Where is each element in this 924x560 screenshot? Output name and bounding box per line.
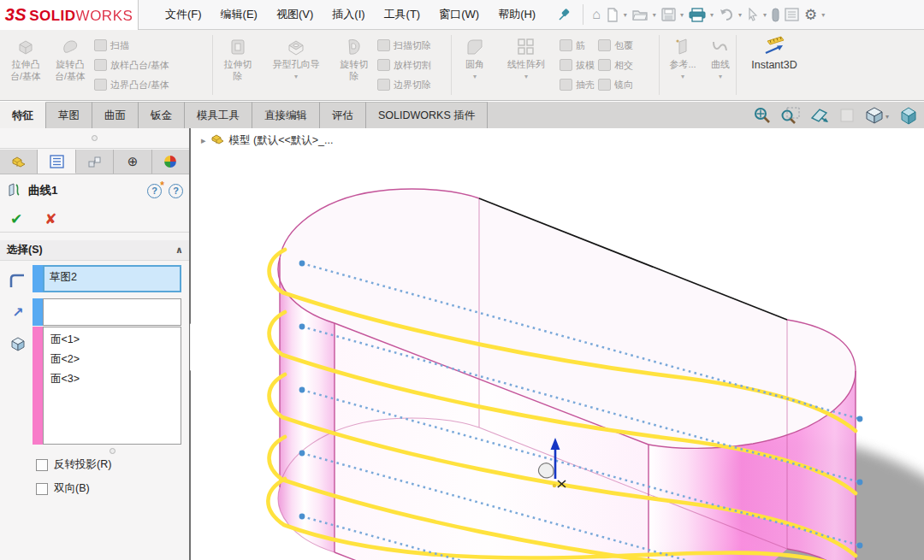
tab-solidworks-addins[interactable]: SOLIDWORKS 插件 <box>366 102 488 128</box>
configuration-manager-tab[interactable] <box>76 150 114 174</box>
lofted-cut-button[interactable]: 放样切割 <box>377 56 431 74</box>
extruded-boss-button[interactable]: 拉伸凸台/基体 <box>3 30 48 98</box>
help-icon[interactable]: ? <box>169 184 183 198</box>
open-file-caret-icon[interactable]: ▾ <box>653 11 656 19</box>
tab-mold-tools[interactable]: 模具工具 <box>185 102 252 128</box>
print-caret-icon[interactable]: ▾ <box>710 11 714 19</box>
cancel-button[interactable]: ✘ <box>44 210 56 228</box>
tree-expand-icon[interactable]: ▸ <box>201 135 206 146</box>
graphics-viewport[interactable]: ▸ 模型 (默认<<默认>_... <box>191 128 924 560</box>
rib-button[interactable]: 筋 <box>560 37 595 54</box>
whats-new-help-icon[interactable]: ?* <box>147 184 162 198</box>
mirror-button[interactable]: 镜向 <box>598 76 633 93</box>
shell-button[interactable]: 抽壳 <box>560 76 595 93</box>
flyout-feature-tree[interactable]: ▸ 模型 (默认<<默认>_... <box>201 133 333 148</box>
bidirectional-checkbox[interactable] <box>36 483 48 495</box>
revolved-cut-button[interactable]: 旋转切除 <box>333 30 376 98</box>
face-list-item[interactable]: 面<3> <box>44 369 181 389</box>
menu-tools[interactable]: 工具(T) <box>375 1 430 28</box>
lofted-boss-icon <box>94 59 107 71</box>
lofted-boss-button[interactable]: 放样凸台/基体 <box>94 56 169 74</box>
view-orientation-icon[interactable]: ▾ <box>864 105 890 126</box>
menu-insert[interactable]: 插入(I) <box>323 1 374 28</box>
swept-cut-button[interactable]: 扫描切除 <box>377 37 431 54</box>
boundary-boss-button[interactable]: 边界凸台/基体 <box>94 76 169 93</box>
curves-button[interactable]: 曲线 ▾ <box>703 30 737 98</box>
settings-gear-icon[interactable]: ⚙ <box>803 5 819 25</box>
tab-direct-editing[interactable]: 直接编辑 <box>252 102 320 128</box>
draft-button[interactable]: 拔模 <box>560 56 595 74</box>
zoom-fit-icon[interactable] <box>753 106 772 125</box>
menu-file[interactable]: 文件(F) <box>156 1 211 28</box>
property-manager-title: 曲线1 <box>28 183 140 198</box>
fillet-button[interactable]: 圆角 ▾ <box>455 30 495 98</box>
boundary-cut-button[interactable]: 边界切除 <box>377 76 431 93</box>
reference-geometry-button[interactable]: 参考... ▾ <box>662 30 703 98</box>
revolved-boss-button[interactable]: 旋转凸台/基体 <box>48 30 92 98</box>
list-resize-handle[interactable] <box>110 448 116 454</box>
solidworks-window: 3SSOLIDWORKS 文件(F) 编辑(E) 视图(V) 插入(I) 工具(… <box>0 0 924 560</box>
display-manager-tab[interactable] <box>152 150 190 174</box>
menu-view[interactable]: 视图(V) <box>267 1 323 28</box>
print-icon[interactable] <box>687 5 708 25</box>
new-file-caret-icon[interactable]: ▾ <box>624 11 627 19</box>
extruded-cut-button[interactable]: 拉伸切除 <box>216 30 259 98</box>
dimxpert-tab[interactable]: ⊕ <box>114 150 151 174</box>
bidirectional-row[interactable]: 双向(B) <box>36 481 90 496</box>
panel-resize-handle[interactable] <box>92 135 98 141</box>
selection-section-header[interactable]: 选择(S) ∧ <box>0 240 190 261</box>
linear-pattern-caret-icon[interactable]: ▾ <box>524 73 528 80</box>
direction-field[interactable] <box>43 298 181 326</box>
feature-manager-tab[interactable] <box>0 150 38 174</box>
tree-root-label[interactable]: 模型 (默认<<默认>_... <box>229 133 334 148</box>
curves-caret-icon[interactable]: ▾ <box>719 73 722 80</box>
tab-evaluate[interactable]: 评估 <box>320 102 366 128</box>
hole-wizard-button[interactable]: 异型孔向导 ▾ <box>259 30 333 98</box>
open-file-icon[interactable] <box>631 5 650 24</box>
instant3d-button[interactable]: Instant3D <box>741 30 808 98</box>
select-cursor-icon[interactable] <box>745 5 761 24</box>
property-manager-tab[interactable] <box>38 150 75 174</box>
face-list-item[interactable]: 面<2> <box>44 350 181 369</box>
collapse-section-icon[interactable]: ∧ <box>175 245 183 256</box>
logo-mark: 3S <box>5 5 27 24</box>
undo-icon[interactable] <box>717 5 736 24</box>
section-view-icon[interactable] <box>809 106 830 125</box>
ok-button[interactable]: ✔ <box>10 210 22 228</box>
display-style-icon[interactable] <box>898 105 919 126</box>
reverse-projection-checkbox[interactable] <box>36 459 48 471</box>
pin-menu-icon[interactable] <box>552 5 576 25</box>
fillet-caret-icon[interactable]: ▾ <box>473 73 477 80</box>
tab-sheet-metal[interactable]: 钣金 <box>139 102 185 128</box>
linear-pattern-button[interactable]: 线性阵列 ▾ <box>495 30 558 98</box>
reverse-projection-row[interactable]: 反转投影(R) <box>36 457 111 472</box>
sketch-field[interactable]: 草图2 <box>43 265 181 292</box>
tab-sketch[interactable]: 草图 <box>46 102 92 128</box>
save-caret-icon[interactable]: ▾ <box>680 11 684 19</box>
undo-caret-icon[interactable]: ▾ <box>738 11 742 19</box>
zoom-area-icon[interactable] <box>780 106 801 125</box>
options-capsule-icon[interactable] <box>770 5 781 25</box>
save-icon[interactable] <box>660 5 678 24</box>
new-file-icon[interactable] <box>604 5 621 25</box>
hole-wizard-caret-icon[interactable]: ▾ <box>294 73 298 80</box>
menu-window[interactable]: 窗口(W) <box>429 1 489 28</box>
instant3d-group: Instant3D <box>741 30 808 100</box>
face-selection-list[interactable]: 面<1> 面<2> 面<3> <box>43 327 181 445</box>
tab-features[interactable]: 特征 <box>0 102 46 128</box>
hole-wizard-icon <box>286 35 306 59</box>
tab-surfaces[interactable]: 曲面 <box>92 102 139 128</box>
reference-caret-icon[interactable]: ▾ <box>681 73 684 80</box>
face-list-item[interactable]: 面<1> <box>44 330 181 350</box>
properties-icon[interactable] <box>783 5 801 24</box>
wrap-button[interactable]: 包覆 <box>598 37 633 54</box>
revolved-cut-icon <box>345 35 364 59</box>
select-caret-icon[interactable]: ▾ <box>763 11 767 19</box>
boundary-boss-icon <box>94 79 107 91</box>
menu-edit[interactable]: 编辑(E) <box>211 1 267 28</box>
swept-boss-button[interactable]: 扫描 <box>94 37 169 54</box>
settings-caret-icon[interactable]: ▾ <box>821 11 825 19</box>
home-icon[interactable]: ⌂ <box>590 5 602 24</box>
menu-help[interactable]: 帮助(H) <box>489 1 545 28</box>
intersect-button[interactable]: 相交 <box>598 56 633 74</box>
